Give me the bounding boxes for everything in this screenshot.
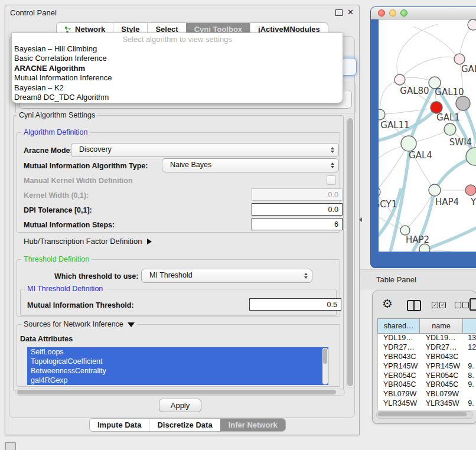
network-node-label: GAL4 [409, 150, 432, 161]
dpi-tolerance-label: DPI Tolerance [0,1]: [24, 206, 92, 214]
mi-algorithm-type-combo[interactable]: Naive Bayes [162, 158, 339, 172]
network-node-top-right[interactable] [468, 19, 476, 30]
network-view-window: GALGAL80GAL10GAL1GAL11SWI4GAL4GCY1HAP4YH… [370, 6, 476, 268]
attributes-scrollbar[interactable] [322, 348, 328, 384]
manual-kernel-width-label: Manual Kernel Width Definition [24, 177, 133, 185]
deselect-all-icon[interactable] [455, 302, 461, 308]
attribute-item[interactable]: gal4RGexp [27, 376, 328, 385]
network-node-swi4[interactable] [466, 148, 476, 165]
apply-button[interactable]: Apply [159, 399, 201, 412]
minimize-window-icon[interactable] [389, 9, 396, 17]
network-node-gal1[interactable] [431, 102, 442, 113]
which-threshold-value: MI Threshold [149, 271, 193, 279]
tab-impute-data[interactable]: Impute Data [90, 419, 149, 431]
mi-algorithm-type-value: Naive Bayes [170, 161, 211, 169]
panel-splitter-handle[interactable] [359, 217, 362, 222]
minimized-panel-icon[interactable] [5, 442, 16, 450]
network-node-label: GAL [461, 64, 476, 74]
table-header: shared…nameA [377, 318, 476, 334]
table-row[interactable]: YDR27…YDR27…12 [378, 343, 476, 353]
table-row[interactable]: YBL079WYBL079W [378, 390, 476, 399]
float-panel-icon[interactable] [335, 9, 343, 16]
tab-label: Infer Network [229, 420, 278, 429]
sources-group-title[interactable]: Sources for Network Inference [21, 320, 137, 328]
network-node-mid-green[interactable] [444, 123, 456, 135]
tab-infer-network[interactable]: Infer Network [220, 419, 285, 431]
network-window-titlebar[interactable] [371, 7, 476, 19]
table-horizontal-scrollbar[interactable] [376, 411, 473, 419]
export-table-icon[interactable] [470, 298, 476, 311]
deselect-all-icon-2[interactable] [462, 302, 469, 308]
algorithm-option[interactable]: Dream8 DC_TDC Algorithm [14, 93, 340, 102]
data-attributes-list[interactable]: SelfLoopsTopologicalCoefficientBetweenne… [27, 347, 328, 385]
aracne-mode-combo[interactable]: Discovery [71, 143, 339, 157]
algorithm-option[interactable]: Mutual Information Inference [14, 73, 340, 83]
table-row[interactable]: YIL052CYIL052C9. [378, 409, 476, 410]
attribute-item[interactable]: TopologicalCoefficient [27, 357, 328, 366]
expanded-arrow-icon [128, 322, 135, 327]
panel-title: Control Panel [10, 8, 57, 17]
network-canvas[interactable]: GALGAL80GAL10GAL1GAL11SWI4GAL4GCY1HAP4YH… [379, 19, 476, 252]
combo-arrows-icon [304, 273, 308, 279]
select-all-icon-2[interactable]: ✓ [439, 302, 446, 308]
mi-threshold-definition-title: MI Threshold Definition [25, 285, 105, 293]
dpi-tolerance-field[interactable] [252, 203, 343, 216]
zoom-window-icon[interactable] [400, 9, 407, 17]
network-node-label: Y [470, 197, 476, 207]
network-node-gal80[interactable] [395, 74, 405, 85]
select-all-icon[interactable]: ✓ [432, 302, 438, 308]
table-row[interactable]: YBR043CYBR043C [378, 353, 476, 362]
column-header[interactable]: name [420, 319, 463, 333]
aracne-mode-label: Aracne Mode: [24, 146, 73, 155]
network-node-hap2[interactable] [400, 226, 410, 235]
network-node-gal4[interactable] [401, 136, 416, 151]
network-node-gcy1[interactable] [379, 187, 380, 197]
network-node-salmon[interactable] [465, 185, 476, 195]
kernel-width-field[interactable] [252, 188, 343, 201]
table-row[interactable]: YBR045CYBR045C9. [378, 380, 476, 390]
close-panel-icon[interactable]: ✕ [347, 8, 354, 17]
network-edge [380, 80, 400, 115]
tab-label: Impute Data [97, 420, 141, 429]
hub-definition-label: Hub/Transcription Factor Definition [24, 237, 142, 246]
which-threshold-combo[interactable]: MI Threshold [141, 269, 312, 283]
table-row[interactable]: YPR145WYPR145W9. [378, 362, 476, 371]
mi-threshold-field[interactable] [249, 298, 341, 311]
manual-kernel-width-checkbox[interactable] [327, 175, 336, 185]
table-row[interactable]: YLR345WYLR345W9. [378, 399, 476, 409]
algorithm-dropdown-placeholder: Select algorithm to view settings [12, 35, 343, 44]
aracne-mode-value: Discovery [79, 145, 112, 154]
combo-arrows-icon [331, 162, 334, 168]
mi-steps-field[interactable] [252, 218, 343, 230]
algorithm-dropdown-list: Bayesian – Hill ClimbingBasic Correlatio… [14, 44, 340, 102]
close-window-icon[interactable] [378, 9, 385, 17]
network-edge [380, 108, 435, 115]
network-node-label: GAL80 [400, 86, 429, 96]
network-node-gal-pink[interactable] [454, 54, 465, 64]
mi-steps-label: Mutual Information Steps: [24, 221, 115, 229]
tab-discretize-data[interactable]: Discretize Data [149, 419, 220, 431]
attribute-item[interactable]: BetweennessCentrality [27, 366, 328, 376]
network-node-gal11[interactable] [379, 109, 385, 120]
table-settings-gear-icon[interactable]: ⚙ [382, 296, 393, 311]
network-node-gray-hub[interactable] [456, 96, 470, 110]
combo-arrows-icon [331, 147, 334, 153]
table-row[interactable]: YDL19…YDL19…13 [378, 334, 476, 343]
algorithm-option[interactable]: Basic Correlation Inference [14, 54, 340, 63]
settings-horizontal-scrollbar[interactable] [15, 389, 345, 396]
hub-definition-toggle[interactable]: Hub/Transcription Factor Definition [24, 237, 152, 246]
attribute-item[interactable]: SelfLoops [27, 347, 328, 357]
network-node-hap4[interactable] [429, 184, 441, 196]
control-panel-titlebar: Control Panel ✕ [5, 5, 359, 19]
column-header[interactable]: A [463, 319, 476, 333]
algorithm-option[interactable]: Bayesian – K2 [14, 83, 340, 93]
settings-vertical-scrollbar[interactable] [346, 116, 354, 388]
split-table-icon[interactable] [407, 300, 421, 311]
threshold-definition-title: Threshold Definition [21, 255, 92, 263]
table-row[interactable]: YER054CYER054C8. [378, 371, 476, 381]
algorithm-option[interactable]: Bayesian – Hill Climbing [14, 44, 340, 54]
tab-label: Discretize Data [157, 420, 212, 429]
column-header[interactable]: shared… [377, 319, 420, 333]
algorithm-option[interactable]: ARACNE Algorithm [14, 64, 340, 73]
control-panel-window: Control Panel ✕ Network Style Select Cyn… [5, 5, 360, 435]
